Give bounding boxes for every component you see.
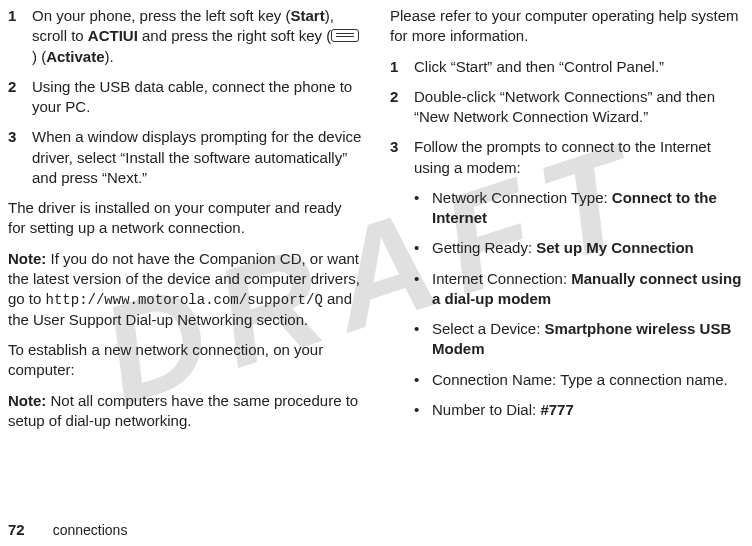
bullet-text: Connection Name: Type a connection name. (432, 370, 744, 390)
paragraph: To establish a new network connection, o… (8, 340, 362, 381)
url-text: http://www.motorola.com/support/Q (46, 292, 323, 308)
note-label: Note: (8, 250, 46, 267)
bold-value: #777 (540, 401, 573, 418)
paragraph: The driver is installed on your computer… (8, 198, 362, 239)
bullet-2: • Getting Ready: Set up My Connection (390, 238, 744, 258)
paragraph: Please refer to your computer operating … (390, 6, 744, 47)
bullet-text: Internet Connection: Manually connect us… (432, 269, 744, 310)
bullet-text: Network Connection Type: Connect to the … (432, 188, 744, 229)
bullet-icon: • (414, 400, 432, 420)
step-text: Click “Start” and then “Control Panel.” (414, 57, 744, 77)
step-number: 1 (8, 6, 32, 67)
text: Not all computers have the same procedur… (8, 392, 358, 429)
text: and press the right soft key ( (138, 27, 331, 44)
bullet-icon: • (414, 238, 432, 258)
left-step-3: 3 When a window displays prompting for t… (8, 127, 362, 188)
text: Getting Ready: (432, 239, 536, 256)
right-step-3: 3 Follow the prompts to connect to the I… (390, 137, 744, 178)
text: Number to Dial: (432, 401, 540, 418)
bullet-text: Select a Device: Smartphone wireless USB… (432, 319, 744, 360)
text: Network Connection Type: (432, 189, 612, 206)
bullet-icon: • (414, 319, 432, 360)
page-number: 72 (8, 521, 25, 538)
step-text: On your phone, press the left soft key (… (32, 6, 362, 67)
note-1: Note: If you do not have the Companion C… (8, 249, 362, 331)
note-2: Note: Not all computers have the same pr… (8, 391, 362, 432)
bold-value: Set up My Connection (536, 239, 694, 256)
soft-key-icon (331, 29, 359, 42)
right-column: Please refer to your computer operating … (390, 6, 744, 520)
text: Select a Device: (432, 320, 545, 337)
text: ) ( (32, 48, 46, 65)
step-number: 3 (390, 137, 414, 178)
step-text: Follow the prompts to connect to the Int… (414, 137, 744, 178)
text: Internet Connection: (432, 270, 571, 287)
step-text: Using the USB data cable, connect the ph… (32, 77, 362, 118)
left-column: 1 On your phone, press the left soft key… (8, 6, 362, 520)
note-label: Note: (8, 392, 46, 409)
step-number: 1 (390, 57, 414, 77)
step-number: 3 (8, 127, 32, 188)
actiui-label: ACTIUI (88, 27, 138, 44)
step-number: 2 (390, 87, 414, 128)
step-text: When a window displays prompting for the… (32, 127, 362, 188)
text: On your phone, press the left soft key ( (32, 7, 290, 24)
bullet-icon: • (414, 188, 432, 229)
bullet-1: • Network Connection Type: Connect to th… (390, 188, 744, 229)
step-number: 2 (8, 77, 32, 118)
right-step-2: 2 Double-click “Network Connections” and… (390, 87, 744, 128)
start-label: Start (290, 7, 324, 24)
bullet-5: • Connection Name: Type a connection nam… (390, 370, 744, 390)
left-step-1: 1 On your phone, press the left soft key… (8, 6, 362, 67)
page-footer: 72 connections (8, 521, 127, 538)
right-step-1: 1 Click “Start” and then “Control Panel.… (390, 57, 744, 77)
section-name: connections (53, 522, 128, 538)
bullet-4: • Select a Device: Smartphone wireless U… (390, 319, 744, 360)
page-content: 1 On your phone, press the left soft key… (0, 0, 752, 520)
text: ). (105, 48, 114, 65)
left-step-2: 2 Using the USB data cable, connect the … (8, 77, 362, 118)
bullet-3: • Internet Connection: Manually connect … (390, 269, 744, 310)
bullet-icon: • (414, 269, 432, 310)
bullet-text: Number to Dial: #777 (432, 400, 744, 420)
bullet-6: • Number to Dial: #777 (390, 400, 744, 420)
bullet-text: Getting Ready: Set up My Connection (432, 238, 744, 258)
bullet-icon: • (414, 370, 432, 390)
activate-label: Activate (46, 48, 104, 65)
step-text: Double-click “Network Connections” and t… (414, 87, 744, 128)
